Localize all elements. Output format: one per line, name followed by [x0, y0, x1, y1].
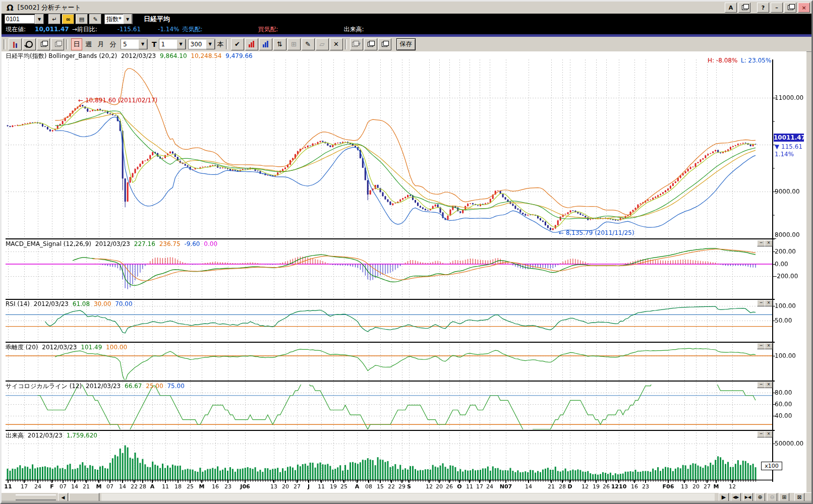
- change-label: 前日比:: [77, 25, 97, 34]
- close-button[interactable]: ×: [798, 3, 810, 13]
- eraser-button[interactable]: ▱: [316, 38, 329, 50]
- copy-window-button[interactable]: [738, 3, 750, 13]
- quote-bar: 現在値: 10,011.47 → 前日比: -115.61 -1.14% 売気配…: [2, 25, 811, 34]
- period-day-button[interactable]: 日: [71, 38, 82, 50]
- candlestick-icon: [13, 41, 17, 48]
- chevron-down-icon[interactable]: ▼: [177, 39, 186, 49]
- scroll-right-button[interactable]: ▶: [719, 493, 729, 501]
- tick-count-select[interactable]: 1▼: [159, 39, 186, 49]
- title-bar[interactable]: Ω [5002] 分析チャート A ? – ×: [2, 2, 811, 14]
- app-logo-icon: Ω: [7, 3, 14, 13]
- help-button[interactable]: ?: [757, 3, 769, 13]
- bar-count-value: 300: [189, 41, 206, 48]
- minimize-button[interactable]: –: [771, 3, 783, 13]
- memo-button[interactable]: ▤: [76, 14, 88, 24]
- font-button[interactable]: A: [725, 3, 737, 13]
- period-month-button[interactable]: 月: [95, 38, 106, 50]
- restore-button[interactable]: [784, 3, 796, 13]
- new-page-button[interactable]: [37, 38, 50, 50]
- period-week-button[interactable]: 週: [83, 38, 94, 50]
- delete-line-button[interactable]: ✕: [330, 38, 343, 50]
- chart-nav-buttons: ▶ ◀▶ ▶◀ ⊕ ⊖ ⊞ ⊠: [717, 493, 804, 501]
- magnifier-icon: [26, 41, 33, 48]
- red-indicator-button[interactable]: [245, 38, 258, 50]
- enter-button[interactable]: ↵: [48, 14, 61, 24]
- page-icon: [382, 42, 387, 47]
- tick-label: T: [152, 40, 157, 48]
- category-value: 指数*: [105, 15, 123, 24]
- category-dropdown-button[interactable]: ▼: [123, 14, 132, 24]
- minute-interval-value: 5: [121, 41, 138, 48]
- chevron-down-icon[interactable]: ▼: [138, 39, 147, 49]
- copy-page-button[interactable]: [51, 38, 64, 50]
- blue-indicator-button[interactable]: [259, 38, 272, 50]
- copy-dropdown-button[interactable]: ▼: [350, 38, 363, 50]
- window-title: [5002] 分析チャート: [18, 3, 81, 12]
- red-bars-icon: [249, 41, 254, 47]
- bid-label: 買気配:: [258, 25, 278, 34]
- bars-unit-label: 本: [217, 40, 224, 49]
- scrollbar-trough[interactable]: [101, 493, 715, 501]
- volume-label: 出来高:: [344, 25, 364, 34]
- bottom-scrollbar: ◀ ▶ ◀▶ ▶◀ ⊕ ⊖ ⊞ ⊠: [2, 492, 811, 501]
- save-button[interactable]: 保存: [396, 38, 416, 50]
- print-page-button[interactable]: [364, 38, 377, 50]
- page-icon: [41, 42, 46, 47]
- period-minute-button[interactable]: 分: [107, 38, 119, 50]
- close-chart-button[interactable]: ⊠: [794, 493, 804, 501]
- chevron-down-icon[interactable]: ▼: [206, 39, 215, 49]
- scrollbar-thumb[interactable]: [69, 493, 99, 501]
- zoom-in-button[interactable]: ⊕: [755, 493, 765, 501]
- grid-view-button[interactable]: ⊞: [779, 493, 789, 501]
- change-pct-value: -1.14%: [158, 26, 179, 33]
- minute-interval-select[interactable]: 5▼: [121, 39, 148, 49]
- change-arrow: →: [72, 26, 77, 33]
- stamp-button[interactable]: ✎: [89, 14, 101, 24]
- blue-bars-icon: [263, 41, 268, 47]
- window-bottom-frame: [2, 501, 811, 504]
- restore-icon: [788, 5, 793, 10]
- chart-canvas[interactable]: [2, 51, 813, 492]
- freehand-button[interactable]: ✔: [231, 38, 244, 50]
- current-price-value: 10,011.47: [35, 26, 69, 33]
- chart-toolbar: 日 週 月 分 5▼ T 1▼ 300▼ 本 ✔ ⇅ ⊞ ✎ ▱ ✕ ▼ 保存: [2, 37, 811, 52]
- splitter-grip[interactable]: [16, 494, 56, 500]
- draw-line-button[interactable]: ✎: [302, 38, 315, 50]
- grid-button[interactable]: ⊞: [287, 38, 301, 50]
- pages-icon: [352, 42, 358, 47]
- export-page-button[interactable]: [378, 38, 391, 50]
- scroll-left-button[interactable]: ◀: [58, 493, 68, 501]
- collapse-button[interactable]: ▶◀: [743, 493, 753, 501]
- page-icon: [368, 42, 373, 47]
- symbol-name: 日経平均: [144, 15, 170, 24]
- app-window: Ω [5002] 分析チャート A ? – × ▼ ↵ ∞ ▤ ✎ 指数* ▼ …: [0, 0, 813, 504]
- code-dropdown-button[interactable]: ▼: [35, 14, 44, 24]
- pages-icon: [742, 5, 747, 10]
- category-select[interactable]: 指数* ▼: [104, 14, 133, 24]
- tick-count-value: 1: [159, 41, 177, 48]
- bar-count-select[interactable]: 300▼: [188, 39, 215, 49]
- symbol-code-input[interactable]: [5, 15, 35, 24]
- change-value: -115.61: [118, 26, 141, 33]
- page-icon: [55, 42, 61, 47]
- symbol-toolbar: ▼ ↵ ∞ ▤ ✎ 指数* ▼ 日経平均: [2, 14, 811, 25]
- updown-button[interactable]: ⇅: [273, 38, 286, 50]
- candlestick-chart-button[interactable]: [9, 38, 22, 50]
- zoom-tool-button[interactable]: [23, 38, 36, 50]
- ask-label: 売気配:: [183, 25, 203, 34]
- expand-button[interactable]: ◀▶: [731, 493, 741, 501]
- binoculars-button[interactable]: ∞: [62, 14, 74, 24]
- current-price-label: 現在値:: [6, 25, 26, 34]
- zoom-out-button[interactable]: ⊖: [767, 493, 777, 501]
